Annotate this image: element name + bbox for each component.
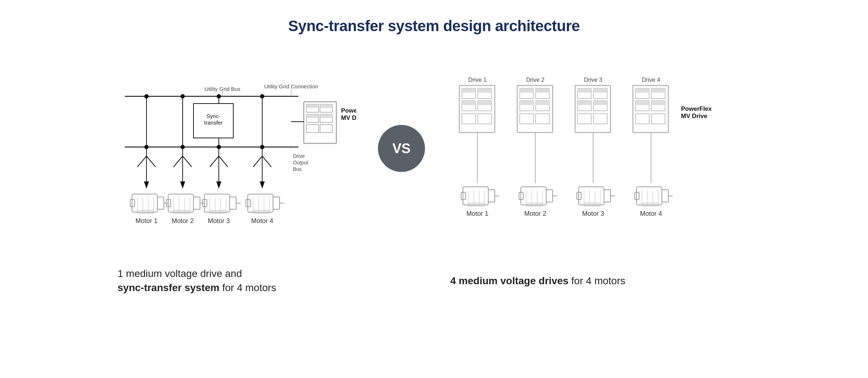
- svg-text:MV Drive: MV Drive: [681, 113, 707, 119]
- svg-line-48: [219, 156, 228, 167]
- right-diagram: Drive 1 Drive 2 Dr: [443, 53, 769, 288]
- right-motor1-label: Motor 1: [466, 210, 488, 217]
- svg-rect-107: [520, 88, 533, 93]
- left-motor3-label: Motor 3: [208, 217, 230, 224]
- svg-rect-26: [320, 114, 332, 118]
- svg-line-35: [137, 156, 146, 167]
- svg-rect-111: [520, 101, 533, 105]
- svg-rect-154: [546, 190, 553, 202]
- right-diagram-svg: Drive 1 Drive 2 Dr: [443, 53, 754, 270]
- svg-rect-78: [230, 197, 236, 209]
- svg-rect-115: [536, 114, 549, 124]
- svg-text:Bus: Bus: [293, 166, 302, 172]
- svg-rect-104: [478, 114, 492, 124]
- vs-circle: VS: [378, 125, 425, 172]
- svg-rect-133: [635, 101, 649, 105]
- right-drive2-label: Drive 2: [526, 77, 545, 83]
- right-motor2-label: Motor 2: [524, 210, 546, 217]
- svg-line-53: [253, 156, 262, 167]
- powerflex-label-left: PowerFlex: [341, 107, 356, 114]
- right-motor3-label: Motor 3: [582, 210, 604, 217]
- left-diagram-svg: Utility Grid Bus Utility Grid Connection…: [110, 46, 356, 263]
- svg-rect-87: [273, 197, 280, 209]
- svg-rect-163: [604, 190, 610, 202]
- svg-rect-129: [635, 88, 649, 93]
- right-caption: 4 medium voltage drives for 4 motors: [450, 274, 625, 288]
- right-drive4-label: Drive 4: [642, 77, 660, 83]
- svg-marker-57: [260, 181, 265, 189]
- svg-line-54: [262, 156, 271, 167]
- svg-rect-137: [651, 114, 665, 124]
- left-caption: 1 medium voltage drive and sync-transfer…: [118, 266, 276, 295]
- svg-rect-102: [478, 101, 492, 105]
- right-drive1-label: Drive 1: [468, 77, 487, 83]
- left-motor1-label: Motor 1: [135, 217, 157, 224]
- svg-rect-103: [462, 114, 476, 124]
- svg-rect-28: [320, 125, 332, 133]
- svg-line-36: [146, 156, 156, 167]
- svg-rect-109: [536, 88, 549, 93]
- drive-output-bus-label: Drive: [293, 153, 305, 159]
- svg-rect-126: [593, 114, 607, 124]
- svg-rect-98: [478, 88, 492, 93]
- page-title: Sync-transfer system design architecture: [288, 17, 580, 35]
- svg-text:transfer: transfer: [204, 119, 223, 126]
- svg-rect-22: [320, 104, 332, 108]
- svg-rect-136: [635, 114, 649, 124]
- svg-line-41: [174, 156, 183, 167]
- svg-rect-96: [462, 88, 476, 93]
- svg-text:Output: Output: [293, 160, 308, 165]
- svg-rect-114: [520, 114, 533, 124]
- vs-label: VS: [392, 141, 411, 156]
- svg-rect-131: [651, 88, 665, 93]
- svg-line-42: [183, 156, 192, 167]
- right-powerflex-label: PowerFlex: [681, 105, 712, 112]
- svg-line-47: [210, 156, 219, 167]
- svg-rect-125: [578, 114, 591, 124]
- left-caption-bold2: sync-transfer system: [118, 282, 220, 293]
- svg-marker-39: [144, 181, 149, 189]
- svg-rect-24: [306, 114, 319, 118]
- left-caption-bold1: 1 medium voltage drive: [118, 268, 222, 279]
- svg-rect-60: [157, 197, 164, 209]
- svg-rect-145: [488, 190, 495, 202]
- content-area: Utility Grid Bus Utility Grid Connection…: [0, 46, 868, 295]
- left-diagram: Utility Grid Bus Utility Grid Connection…: [99, 46, 360, 295]
- svg-text:MV Drive: MV Drive: [341, 114, 356, 121]
- right-caption-bold: 4 medium voltage drives: [450, 275, 569, 286]
- sync-transfer-label: Sync-: [207, 113, 220, 119]
- svg-rect-124: [593, 101, 607, 105]
- utility-grid-connection-label: Utility Grid Connection: [264, 83, 318, 89]
- svg-rect-172: [662, 190, 668, 202]
- utility-grid-bus-label: Utility Grid Bus: [204, 86, 240, 92]
- svg-rect-20: [306, 104, 319, 108]
- svg-rect-120: [593, 88, 607, 93]
- svg-marker-45: [180, 181, 185, 189]
- svg-rect-135: [651, 101, 665, 105]
- left-motor4-label: Motor 4: [251, 217, 273, 224]
- svg-rect-100: [462, 101, 476, 105]
- svg-rect-27: [306, 125, 319, 133]
- svg-rect-113: [536, 101, 549, 105]
- right-drive3-label: Drive 3: [584, 77, 603, 83]
- svg-rect-122: [578, 101, 591, 105]
- svg-marker-51: [216, 181, 221, 189]
- left-motor2-label: Motor 2: [171, 217, 193, 224]
- svg-rect-118: [578, 88, 591, 93]
- right-motor4-label: Motor 4: [640, 210, 662, 217]
- svg-rect-69: [193, 197, 200, 209]
